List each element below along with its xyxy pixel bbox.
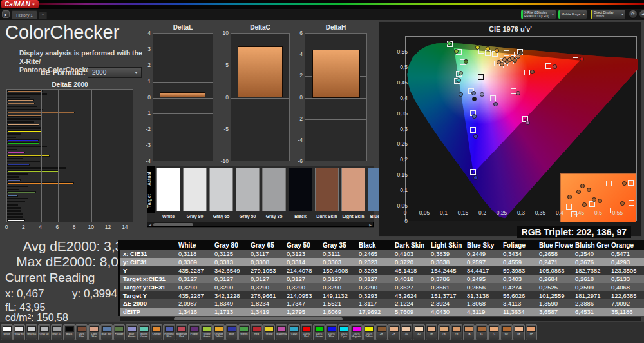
de-formula-dropdown[interactable]: 2000 ▼ xyxy=(88,67,142,78)
rgb-triplet-label: RGB Triplet: 202, 136, 97 xyxy=(517,226,631,238)
patch-chip[interactable]: Yellow xyxy=(263,324,275,340)
axis-tick-label: -3 xyxy=(140,142,151,148)
table-cell: 0,3127 xyxy=(212,275,248,283)
device-button[interactable]: Mobile Forge▼ xyxy=(558,10,587,19)
patch-chip[interactable]: 2F xyxy=(388,324,400,340)
patch-chip[interactable]: 7G xyxy=(450,324,462,340)
patch-chip[interactable]: 100% Magenta xyxy=(350,324,363,340)
axis-tick-label: -4 xyxy=(140,158,151,164)
table-cell: 0,3293 xyxy=(356,291,392,300)
patch-chip[interactable]: Moderate Red xyxy=(176,324,188,340)
patch-chip[interactable]: Blue Sky xyxy=(100,324,113,340)
table-cell: 122,6385 xyxy=(609,291,644,300)
colorchecker-swatch[interactable] xyxy=(341,168,365,211)
calman-logo[interactable]: CalMAN ▼ xyxy=(1,0,39,8)
patch-chip[interactable]: 2E xyxy=(375,324,388,340)
tab-add[interactable]: + xyxy=(39,12,47,19)
colorchecker-swatch[interactable] xyxy=(236,168,260,211)
patch-chip-label: Dark Skin xyxy=(76,333,87,338)
table-cell: 59,3983 xyxy=(500,266,536,275)
patch-chip[interactable]: Cyan xyxy=(288,324,300,340)
patch-chip[interactable]: 7B xyxy=(438,324,450,340)
table-scrollbar[interactable] xyxy=(120,317,641,321)
settings-round-button[interactable]: ⟳ xyxy=(629,10,638,19)
patch-chip[interactable]: 30 xyxy=(401,324,413,340)
play-tab-button[interactable]: ▶ xyxy=(2,10,10,18)
colorchecker-swatch[interactable] xyxy=(315,168,339,211)
patch-chip[interactable]: Light Skin xyxy=(88,324,100,340)
patch-chip-label: 8F xyxy=(526,333,537,335)
patch-chip[interactable]: Yellow Green xyxy=(200,324,213,340)
patch-chip-label: 3D xyxy=(413,333,424,335)
table-cell: 0,3290 xyxy=(284,283,320,291)
patch-chip[interactable]: 100% Blue xyxy=(325,324,337,340)
patch-chip-color xyxy=(377,326,386,332)
patch-chip[interactable]: Green xyxy=(238,324,251,340)
patch-chip[interactable]: Orange Yellow xyxy=(213,324,225,340)
colorchecker-swatch[interactable] xyxy=(209,168,233,211)
collapse-round-button[interactable]: ◀ xyxy=(639,10,644,19)
patch-chip[interactable]: Purplish Blue xyxy=(163,324,175,340)
patch-chip[interactable]: White xyxy=(1,324,13,340)
gridline xyxy=(231,130,289,130)
table-cell: 0,3599 xyxy=(573,283,609,291)
patch-chip[interactable]: Gray 50 xyxy=(38,324,50,340)
inset-measured-point xyxy=(587,188,591,192)
colorchecker-swatch[interactable] xyxy=(262,168,286,211)
patch-chip[interactable]: Black xyxy=(63,324,75,340)
patch-chip[interactable]: 8E xyxy=(513,324,525,340)
patch-chip[interactable]: 100% Yellow xyxy=(363,324,375,340)
patch-chip[interactable]: Foliage xyxy=(113,324,126,340)
patch-chip[interactable]: Blue xyxy=(225,324,238,340)
patch-chip[interactable]: 7E xyxy=(426,324,438,340)
swatch-scrollbar-thumb[interactable] xyxy=(153,223,193,226)
patch-chip[interactable]: 100% Green xyxy=(313,324,325,340)
de-bar xyxy=(7,219,25,221)
patch-chip-label: 30 xyxy=(401,333,412,335)
patch-chip[interactable]: 6D xyxy=(500,324,513,340)
patch-chip[interactable]: 7A xyxy=(463,324,475,340)
patch-chip[interactable]: 71 xyxy=(488,324,500,340)
patch-chip[interactable]: 100% Cyan xyxy=(338,324,350,340)
axis-tick-label: 4 xyxy=(140,30,151,36)
patch-chip[interactable]: Gray 35 xyxy=(51,324,63,340)
table-cell: 0,3127 xyxy=(356,275,392,283)
table-scrollbar-thumb[interactable] xyxy=(174,317,343,320)
patch-chip[interactable]: Gray 80 xyxy=(13,324,25,340)
axis-tick-label: 0 xyxy=(404,218,408,224)
patch-chip[interactable]: 8F xyxy=(526,324,538,340)
table-cell: 214,0953 xyxy=(284,291,320,300)
patch-chip[interactable]: Magenta xyxy=(276,324,288,340)
patch-chip[interactable]: Bluish Green xyxy=(138,324,150,340)
cie-measured-point xyxy=(500,62,504,66)
scroll-right-icon[interactable]: ▶ xyxy=(369,223,372,227)
tab-history-1[interactable]: History 1 xyxy=(12,10,37,19)
table-cell: 2,3886 xyxy=(573,299,609,308)
table-cell: 3,6587 xyxy=(536,308,573,316)
table-cell: 0,3111 xyxy=(320,250,356,258)
colorchecker-swatch[interactable] xyxy=(289,168,312,211)
swatch-scrollbar[interactable]: ◀ ▶ xyxy=(147,222,374,227)
patch-chip[interactable]: Dark Skin xyxy=(75,324,88,340)
gridline xyxy=(153,66,213,66)
cie-target-point xyxy=(573,57,578,63)
device-button[interactable]: X-Rite i1Display Retail LCD (LED)▼ xyxy=(520,10,556,19)
patch-chip[interactable]: Blue Flower xyxy=(126,324,138,340)
axis-tick-label: 0,05 xyxy=(397,202,408,209)
table-cell: 0,2618 xyxy=(573,275,609,283)
patch-chip[interactable]: 31 xyxy=(475,324,488,340)
patch-chip[interactable]: Red xyxy=(251,324,263,340)
patch-chip[interactable]: Gray 65 xyxy=(26,324,38,340)
patch-chip[interactable]: 3D xyxy=(413,324,425,340)
table-row: x: CIE310,31180,31250,31170,31230,31110,… xyxy=(120,250,644,258)
patch-chip[interactable]: Purple xyxy=(188,324,200,340)
scroll-left-icon[interactable]: ◀ xyxy=(149,223,151,227)
table-cell: 1,8349 xyxy=(212,299,248,308)
device-button[interactable]: Direct Display Control▼ xyxy=(590,10,626,19)
patch-chip[interactable]: Orange xyxy=(151,324,163,340)
patch-chip[interactable]: 100% Red xyxy=(301,324,313,340)
table-header-cell: White xyxy=(176,240,212,250)
colorchecker-swatch[interactable] xyxy=(183,168,207,211)
patch-chip-color xyxy=(3,326,12,332)
colorchecker-swatch[interactable] xyxy=(156,168,180,211)
